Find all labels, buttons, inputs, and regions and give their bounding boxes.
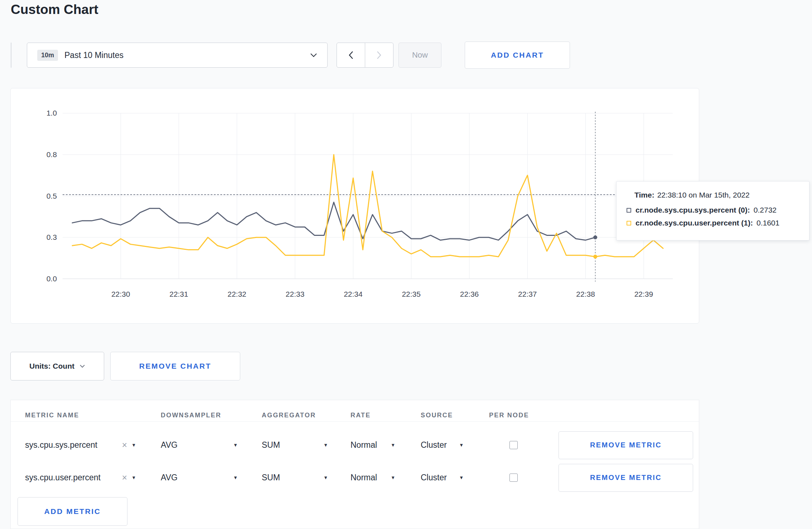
- tooltip-time-value: 22:38:10 on Mar 15th, 2022: [657, 191, 750, 199]
- downsampler-value: AVG: [161, 440, 178, 450]
- chevron-down-icon: [310, 53, 317, 57]
- caret-down-icon: ▼: [391, 442, 395, 448]
- svg-text:22:33: 22:33: [286, 290, 304, 298]
- col-header-metric-name: METRIC NAME: [25, 412, 161, 419]
- source-select[interactable]: Cluster ▼: [421, 440, 464, 450]
- remove-metric-button[interactable]: REMOVE METRIC: [559, 464, 693, 492]
- chevron-down-icon: [79, 364, 85, 368]
- chevron-left-icon: [348, 51, 353, 59]
- aggregator-value: SUM: [262, 473, 280, 482]
- svg-text:0.5: 0.5: [47, 192, 57, 200]
- per-node-checkbox[interactable]: [509, 441, 518, 449]
- clear-metric-icon[interactable]: ×: [122, 441, 127, 450]
- metric-select[interactable]: sys.cpu.sys.percent × ▼: [25, 440, 136, 450]
- time-nav-group: [337, 43, 393, 68]
- caret-down-icon: ▼: [323, 442, 328, 448]
- rate-select[interactable]: Normal ▼: [351, 473, 395, 482]
- clear-metric-icon[interactable]: ×: [122, 473, 127, 482]
- rate-value: Normal: [351, 440, 377, 450]
- rate-select[interactable]: Normal ▼: [351, 440, 395, 450]
- tooltip-series-value: 0.2732: [754, 206, 777, 214]
- source-select[interactable]: Cluster ▼: [421, 473, 464, 482]
- chart-canvas[interactable]: 0.00.30.50.81.022:3022:3122:3222:3322:34…: [11, 88, 699, 323]
- svg-text:22:32: 22:32: [228, 290, 246, 298]
- caret-down-icon: ▼: [459, 442, 464, 448]
- downsampler-select[interactable]: AVG ▼: [161, 473, 238, 482]
- metric-name: sys.cpu.user.percent: [25, 473, 101, 482]
- svg-text:22:30: 22:30: [111, 290, 130, 298]
- caret-down-icon: ▼: [391, 475, 395, 480]
- tooltip-series-label: cr.node.sys.cpu.user.percent (1):: [635, 219, 753, 227]
- time-next-button[interactable]: [365, 43, 393, 68]
- time-range-badge: 10m: [37, 50, 58, 61]
- chart-tooltip: Time:22:38:10 on Mar 15th, 2022 cr.node.…: [616, 181, 809, 241]
- time-range-label: Past 10 Minutes: [64, 50, 124, 60]
- svg-text:0.0: 0.0: [47, 275, 57, 283]
- per-node-checkbox[interactable]: [509, 474, 518, 482]
- tooltip-series-row: cr.node.sys.cpu.user.percent (1): 0.1601: [627, 219, 799, 227]
- aggregator-select[interactable]: SUM ▼: [262, 473, 328, 482]
- tooltip-time: Time:22:38:10 on Mar 15th, 2022: [627, 191, 799, 199]
- svg-text:22:37: 22:37: [518, 290, 537, 298]
- caret-down-icon: ▼: [233, 442, 238, 448]
- svg-text:22:34: 22:34: [344, 290, 363, 298]
- chevron-right-icon: [377, 51, 382, 59]
- custom-chart-page: Custom Chart 10m Past 10 Minutes Now ADD…: [0, 0, 812, 529]
- tooltip-time-label: Time:: [634, 191, 654, 199]
- svg-text:0.8: 0.8: [47, 150, 57, 159]
- metric-name: sys.cpu.sys.percent: [25, 440, 97, 450]
- svg-text:22:39: 22:39: [634, 290, 653, 298]
- caret-down-icon: ▼: [323, 475, 328, 480]
- metrics-table-header: METRIC NAME DOWNSAMPLER AGGREGATOR RATE …: [11, 409, 699, 422]
- col-header-downsampler: DOWNSAMPLER: [161, 412, 262, 419]
- svg-text:22:31: 22:31: [169, 290, 188, 298]
- now-button[interactable]: Now: [398, 43, 441, 68]
- units-dropdown[interactable]: Units: Count: [10, 352, 104, 380]
- tooltip-series-label: cr.node.sys.cpu.sys.percent (0):: [635, 206, 750, 214]
- table-row: sys.cpu.sys.percent × ▼ AVG ▼ SUM ▼ Norm…: [11, 429, 699, 461]
- col-header-per-node: PER NODE: [489, 412, 559, 419]
- svg-text:22:35: 22:35: [402, 290, 420, 298]
- remove-chart-button[interactable]: REMOVE CHART: [110, 352, 240, 380]
- col-header-aggregator: AGGREGATOR: [262, 412, 351, 419]
- caret-down-icon: ▼: [131, 475, 136, 480]
- toolbar-divider: [11, 43, 11, 68]
- svg-text:22:38: 22:38: [576, 290, 595, 298]
- aggregator-select[interactable]: SUM ▼: [262, 440, 328, 450]
- chart-panel: 0.00.30.50.81.022:3022:3122:3222:3322:34…: [10, 88, 699, 324]
- series-swatch-icon: [627, 208, 631, 213]
- downsampler-select[interactable]: AVG ▼: [161, 440, 238, 450]
- svg-text:1.0: 1.0: [47, 109, 57, 117]
- series-swatch-icon: [627, 221, 631, 225]
- caret-down-icon: ▼: [131, 442, 136, 448]
- col-header-source: SOURCE: [421, 412, 489, 419]
- aggregator-value: SUM: [262, 440, 280, 450]
- metric-select[interactable]: sys.cpu.user.percent × ▼: [25, 473, 136, 482]
- units-label: Units: Count: [29, 362, 74, 370]
- time-range-dropdown[interactable]: 10m Past 10 Minutes: [27, 43, 328, 68]
- table-row: sys.cpu.user.percent × ▼ AVG ▼ SUM ▼ Nor…: [11, 461, 699, 494]
- page-title: Custom Chart: [11, 2, 98, 17]
- remove-metric-button[interactable]: REMOVE METRIC: [559, 431, 693, 459]
- col-header-rate: RATE: [351, 412, 421, 419]
- downsampler-value: AVG: [161, 473, 178, 482]
- add-metric-button[interactable]: ADD METRIC: [18, 497, 127, 526]
- time-prev-button[interactable]: [337, 43, 365, 68]
- add-chart-button[interactable]: ADD CHART: [465, 42, 570, 69]
- svg-text:22:36: 22:36: [460, 290, 479, 298]
- tooltip-series-value: 0.1601: [757, 219, 779, 227]
- caret-down-icon: ▼: [233, 475, 238, 480]
- caret-down-icon: ▼: [459, 475, 464, 480]
- rate-value: Normal: [351, 473, 377, 482]
- source-value: Cluster: [421, 473, 447, 482]
- metrics-table: METRIC NAME DOWNSAMPLER AGGREGATOR RATE …: [10, 400, 699, 529]
- source-value: Cluster: [421, 440, 447, 450]
- tooltip-series-row: cr.node.sys.cpu.sys.percent (0): 0.2732: [627, 206, 799, 214]
- svg-text:0.3: 0.3: [47, 233, 57, 241]
